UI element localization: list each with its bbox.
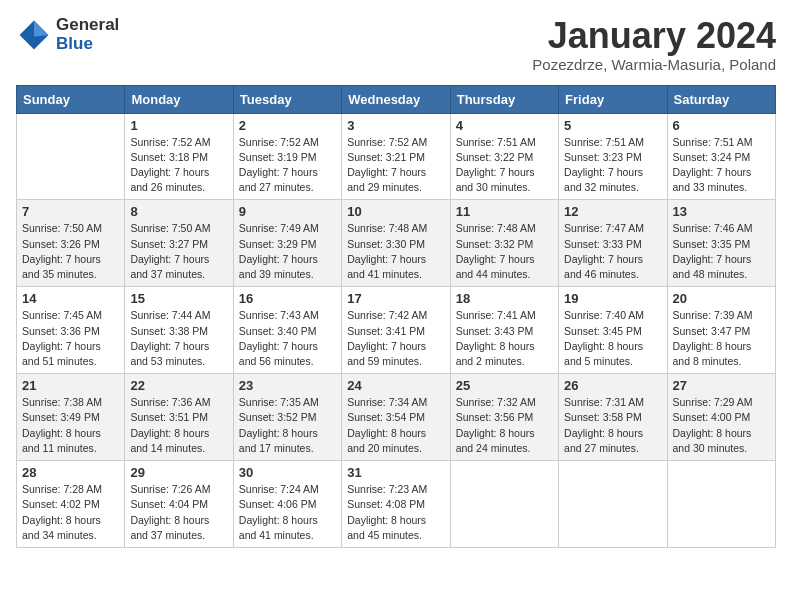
- day-number: 12: [564, 204, 661, 219]
- day-number: 31: [347, 465, 444, 480]
- day-info: Sunrise: 7:41 AMSunset: 3:43 PMDaylight:…: [456, 308, 553, 369]
- calendar-cell: 25Sunrise: 7:32 AMSunset: 3:56 PMDayligh…: [450, 374, 558, 461]
- weekday-header-monday: Monday: [125, 85, 233, 113]
- calendar-cell: 10Sunrise: 7:48 AMSunset: 3:30 PMDayligh…: [342, 200, 450, 287]
- day-number: 1: [130, 118, 227, 133]
- day-info: Sunrise: 7:26 AMSunset: 4:04 PMDaylight:…: [130, 482, 227, 543]
- svg-marker-1: [34, 20, 48, 36]
- calendar-cell: 29Sunrise: 7:26 AMSunset: 4:04 PMDayligh…: [125, 461, 233, 548]
- day-info: Sunrise: 7:45 AMSunset: 3:36 PMDaylight:…: [22, 308, 119, 369]
- logo-text: General Blue: [56, 16, 119, 53]
- day-number: 18: [456, 291, 553, 306]
- calendar-cell: 4Sunrise: 7:51 AMSunset: 3:22 PMDaylight…: [450, 113, 558, 200]
- weekday-header-wednesday: Wednesday: [342, 85, 450, 113]
- day-number: 24: [347, 378, 444, 393]
- calendar-cell: 22Sunrise: 7:36 AMSunset: 3:51 PMDayligh…: [125, 374, 233, 461]
- day-info: Sunrise: 7:51 AMSunset: 3:24 PMDaylight:…: [673, 135, 770, 196]
- day-info: Sunrise: 7:50 AMSunset: 3:26 PMDaylight:…: [22, 221, 119, 282]
- day-info: Sunrise: 7:51 AMSunset: 3:22 PMDaylight:…: [456, 135, 553, 196]
- week-row-1: 1Sunrise: 7:52 AMSunset: 3:18 PMDaylight…: [17, 113, 776, 200]
- calendar-cell: 31Sunrise: 7:23 AMSunset: 4:08 PMDayligh…: [342, 461, 450, 548]
- logo-icon: [16, 17, 52, 53]
- day-info: Sunrise: 7:36 AMSunset: 3:51 PMDaylight:…: [130, 395, 227, 456]
- calendar-cell: 6Sunrise: 7:51 AMSunset: 3:24 PMDaylight…: [667, 113, 775, 200]
- day-info: Sunrise: 7:52 AMSunset: 3:18 PMDaylight:…: [130, 135, 227, 196]
- day-number: 4: [456, 118, 553, 133]
- calendar-cell: 28Sunrise: 7:28 AMSunset: 4:02 PMDayligh…: [17, 461, 125, 548]
- calendar-cell: [559, 461, 667, 548]
- day-number: 17: [347, 291, 444, 306]
- day-number: 25: [456, 378, 553, 393]
- calendar-cell: 13Sunrise: 7:46 AMSunset: 3:35 PMDayligh…: [667, 200, 775, 287]
- day-number: 8: [130, 204, 227, 219]
- day-number: 26: [564, 378, 661, 393]
- calendar-cell: 20Sunrise: 7:39 AMSunset: 3:47 PMDayligh…: [667, 287, 775, 374]
- week-row-2: 7Sunrise: 7:50 AMSunset: 3:26 PMDaylight…: [17, 200, 776, 287]
- day-info: Sunrise: 7:50 AMSunset: 3:27 PMDaylight:…: [130, 221, 227, 282]
- calendar-subtitle: Pozezdrze, Warmia-Masuria, Poland: [532, 56, 776, 73]
- day-info: Sunrise: 7:42 AMSunset: 3:41 PMDaylight:…: [347, 308, 444, 369]
- day-number: 16: [239, 291, 336, 306]
- weekday-header-tuesday: Tuesday: [233, 85, 341, 113]
- calendar-cell: 2Sunrise: 7:52 AMSunset: 3:19 PMDaylight…: [233, 113, 341, 200]
- calendar-table: SundayMondayTuesdayWednesdayThursdayFrid…: [16, 85, 776, 548]
- calendar-cell: 14Sunrise: 7:45 AMSunset: 3:36 PMDayligh…: [17, 287, 125, 374]
- day-info: Sunrise: 7:46 AMSunset: 3:35 PMDaylight:…: [673, 221, 770, 282]
- calendar-cell: 27Sunrise: 7:29 AMSunset: 4:00 PMDayligh…: [667, 374, 775, 461]
- calendar-cell: 15Sunrise: 7:44 AMSunset: 3:38 PMDayligh…: [125, 287, 233, 374]
- calendar-title: January 2024: [532, 16, 776, 56]
- day-info: Sunrise: 7:48 AMSunset: 3:30 PMDaylight:…: [347, 221, 444, 282]
- day-info: Sunrise: 7:51 AMSunset: 3:23 PMDaylight:…: [564, 135, 661, 196]
- day-number: 22: [130, 378, 227, 393]
- day-number: 15: [130, 291, 227, 306]
- day-number: 10: [347, 204, 444, 219]
- weekday-header-thursday: Thursday: [450, 85, 558, 113]
- calendar-cell: 18Sunrise: 7:41 AMSunset: 3:43 PMDayligh…: [450, 287, 558, 374]
- day-info: Sunrise: 7:47 AMSunset: 3:33 PMDaylight:…: [564, 221, 661, 282]
- day-info: Sunrise: 7:23 AMSunset: 4:08 PMDaylight:…: [347, 482, 444, 543]
- day-info: Sunrise: 7:24 AMSunset: 4:06 PMDaylight:…: [239, 482, 336, 543]
- day-number: 14: [22, 291, 119, 306]
- calendar-cell: 5Sunrise: 7:51 AMSunset: 3:23 PMDaylight…: [559, 113, 667, 200]
- weekday-header-saturday: Saturday: [667, 85, 775, 113]
- day-number: 5: [564, 118, 661, 133]
- day-number: 21: [22, 378, 119, 393]
- calendar-cell: 11Sunrise: 7:48 AMSunset: 3:32 PMDayligh…: [450, 200, 558, 287]
- calendar-cell: 21Sunrise: 7:38 AMSunset: 3:49 PMDayligh…: [17, 374, 125, 461]
- weekday-header-sunday: Sunday: [17, 85, 125, 113]
- day-info: Sunrise: 7:40 AMSunset: 3:45 PMDaylight:…: [564, 308, 661, 369]
- calendar-cell: 24Sunrise: 7:34 AMSunset: 3:54 PMDayligh…: [342, 374, 450, 461]
- weekday-header-friday: Friday: [559, 85, 667, 113]
- day-info: Sunrise: 7:49 AMSunset: 3:29 PMDaylight:…: [239, 221, 336, 282]
- week-row-4: 21Sunrise: 7:38 AMSunset: 3:49 PMDayligh…: [17, 374, 776, 461]
- week-row-3: 14Sunrise: 7:45 AMSunset: 3:36 PMDayligh…: [17, 287, 776, 374]
- day-number: 7: [22, 204, 119, 219]
- calendar-cell: 17Sunrise: 7:42 AMSunset: 3:41 PMDayligh…: [342, 287, 450, 374]
- week-row-5: 28Sunrise: 7:28 AMSunset: 4:02 PMDayligh…: [17, 461, 776, 548]
- day-info: Sunrise: 7:48 AMSunset: 3:32 PMDaylight:…: [456, 221, 553, 282]
- day-info: Sunrise: 7:32 AMSunset: 3:56 PMDaylight:…: [456, 395, 553, 456]
- calendar-cell: 8Sunrise: 7:50 AMSunset: 3:27 PMDaylight…: [125, 200, 233, 287]
- calendar-cell: [667, 461, 775, 548]
- day-info: Sunrise: 7:31 AMSunset: 3:58 PMDaylight:…: [564, 395, 661, 456]
- calendar-cell: 30Sunrise: 7:24 AMSunset: 4:06 PMDayligh…: [233, 461, 341, 548]
- day-number: 28: [22, 465, 119, 480]
- title-area: January 2024 Pozezdrze, Warmia-Masuria, …: [532, 16, 776, 73]
- day-number: 9: [239, 204, 336, 219]
- calendar-cell: [450, 461, 558, 548]
- day-info: Sunrise: 7:29 AMSunset: 4:00 PMDaylight:…: [673, 395, 770, 456]
- calendar-cell: 12Sunrise: 7:47 AMSunset: 3:33 PMDayligh…: [559, 200, 667, 287]
- day-info: Sunrise: 7:52 AMSunset: 3:21 PMDaylight:…: [347, 135, 444, 196]
- calendar-cell: [17, 113, 125, 200]
- calendar-cell: 23Sunrise: 7:35 AMSunset: 3:52 PMDayligh…: [233, 374, 341, 461]
- day-info: Sunrise: 7:39 AMSunset: 3:47 PMDaylight:…: [673, 308, 770, 369]
- day-info: Sunrise: 7:34 AMSunset: 3:54 PMDaylight:…: [347, 395, 444, 456]
- day-info: Sunrise: 7:44 AMSunset: 3:38 PMDaylight:…: [130, 308, 227, 369]
- calendar-cell: 1Sunrise: 7:52 AMSunset: 3:18 PMDaylight…: [125, 113, 233, 200]
- day-number: 30: [239, 465, 336, 480]
- calendar-cell: 9Sunrise: 7:49 AMSunset: 3:29 PMDaylight…: [233, 200, 341, 287]
- day-info: Sunrise: 7:38 AMSunset: 3:49 PMDaylight:…: [22, 395, 119, 456]
- day-number: 6: [673, 118, 770, 133]
- day-info: Sunrise: 7:35 AMSunset: 3:52 PMDaylight:…: [239, 395, 336, 456]
- day-number: 27: [673, 378, 770, 393]
